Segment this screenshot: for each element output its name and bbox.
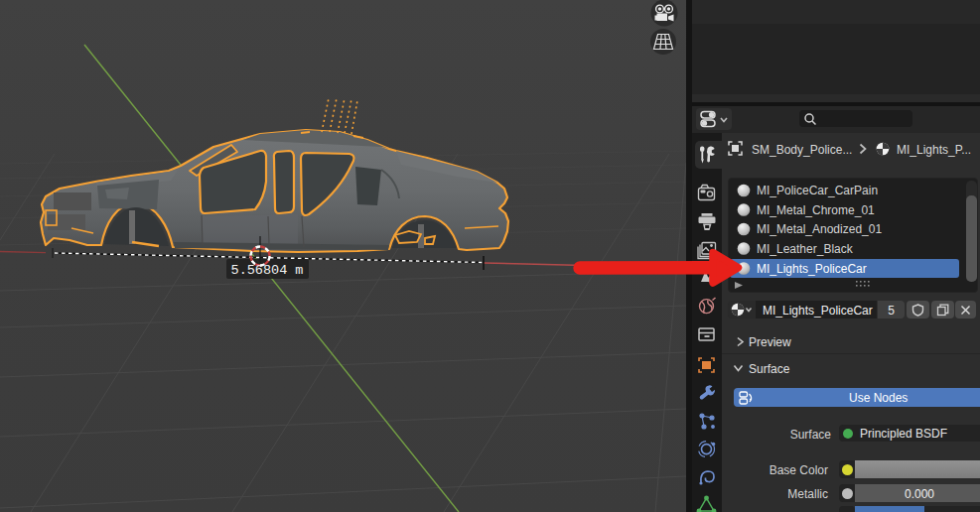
svg-text:5.56804 m: 5.56804 m: [231, 263, 304, 278]
